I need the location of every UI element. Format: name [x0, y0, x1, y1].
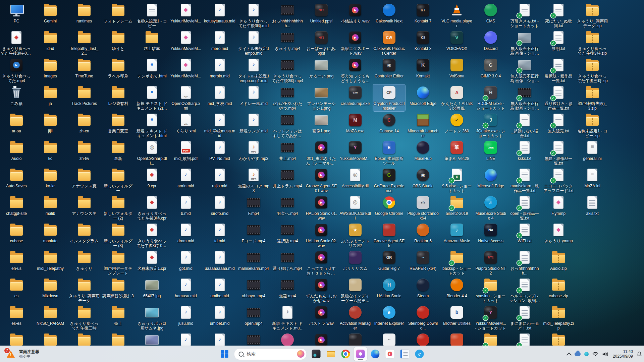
desktop-icon[interactable]: ◆YukkuriMovieM...	[170, 2, 202, 29]
desktop-icon[interactable]: ◆YukkuriMovieM...	[170, 29, 202, 56]
desktop-icon[interactable]: ◆9.cpr	[136, 167, 168, 194]
desktop-icon[interactable]: だれだFXいれたやつ.mp4	[271, 84, 304, 111]
desktop-icon[interactable]: Audio	[0, 139, 33, 166]
desktop-icon[interactable]: 名称未設定1 - コピー.zip	[576, 112, 608, 139]
desktop-icon[interactable]: ♪新規ソング.mid	[237, 112, 270, 139]
desktop-icon[interactable]: ar-sa	[0, 112, 33, 139]
desktop-icon[interactable]: Audio.zip	[542, 249, 575, 276]
desktop-icon[interactable]: ✓無人販売不正行為 画像 - ショートカッ...	[508, 29, 541, 56]
desktop-icon[interactable]: Auto Saves	[0, 167, 33, 194]
desktop-icon[interactable]: ✓_起動しない場合.txt	[508, 112, 541, 139]
pinned-app-internet-explorer[interactable]	[413, 347, 426, 361]
desktop-icon[interactable]: ✓ヘルスコンプレッション_歌詞.txt	[508, 277, 541, 304]
clock[interactable]: 11:40 2025/09/09	[612, 349, 633, 359]
desktop-icon[interactable]: </>OpenCvSharp.xml	[170, 84, 202, 111]
desktop-icon[interactable]: K8Kontakt 8	[407, 29, 439, 56]
desktop-icon[interactable]: ✓backup - ショートカット	[441, 249, 473, 276]
desktop-icon[interactable]: ko-kr	[34, 167, 66, 194]
desktop-icon[interactable]: ✓ノートン 360	[441, 112, 473, 139]
notification-bell-icon[interactable]	[637, 351, 642, 357]
weather-widget[interactable]: 7 雷雨注意報 発令中	[2, 347, 43, 361]
desktop-icon[interactable]: ◎Accessibility.dll	[339, 167, 371, 194]
desktop-icon[interactable]: ♪aorin.mid	[170, 167, 202, 194]
desktop-icon[interactable]: NT2Untitled.ppsf	[305, 2, 337, 29]
desktop-icon[interactable]: 無題.mp4	[271, 277, 304, 304]
desktop-icon[interactable]: zh-tw	[68, 139, 100, 166]
desktop-icon[interactable]: H✓HDDFMT.exe - ショートカット	[475, 84, 507, 111]
desktop-icon[interactable]: ✓通り抜けろ - 親作品一覧.txt	[542, 84, 575, 111]
desktop-icon[interactable]: CMS	[475, 2, 507, 29]
desktop-icon[interactable]: zh-cn	[68, 112, 100, 139]
cloud-icon[interactable]	[575, 352, 581, 356]
desktop-icon[interactable]: midi_Telepathy	[34, 249, 66, 276]
desktop-icon[interactable]: インスタグラム	[68, 222, 100, 249]
desktop-icon[interactable]: midi_Telepathy.zip	[542, 304, 575, 331]
desktop-icon[interactable]: Track Pictures	[68, 84, 100, 111]
desktop-icon[interactable]: ~REAPER (x64)	[407, 249, 439, 276]
desktop-icon[interactable]: ✓おっhhhhhhhhhh...	[508, 249, 541, 276]
desktop-icon[interactable]: ✓無人販売.txt	[542, 112, 575, 139]
desktop-icon[interactable]: ♪タイトル未設定.tempo.mid	[237, 29, 270, 56]
desktop-icon[interactable]: Reaktor 6	[407, 222, 439, 249]
desktop-icon[interactable]: bBrother Utilities	[441, 304, 473, 331]
desktop-icon[interactable]: ポリリリズム	[339, 249, 371, 276]
desktop-icon[interactable]: ♪MP3無題のスコア.mp3	[237, 167, 270, 194]
desktop-icon[interactable]: akis.txt	[576, 194, 608, 221]
desktop-icon[interactable]: ◆YukkuriMovieM...	[170, 57, 202, 84]
desktop-icon[interactable]: 選択版.mp4	[271, 222, 304, 249]
desktop-icon[interactable]: ✓syasinn - ショートカット	[475, 277, 507, 304]
desktop-icon[interactable]: ≡general.ini	[576, 139, 608, 166]
desktop-icon[interactable]: GGIMP 3.0.4	[475, 57, 507, 84]
desktop-icon[interactable]: ✓無人販売不正行為 動画 - ショートカット	[508, 84, 541, 111]
desktop-icon[interactable]: きゅうり_調声用データ.zip	[576, 2, 608, 29]
desktop-icon[interactable]: ▶HALion Sonic 02.wav	[305, 222, 337, 249]
desktop-icon[interactable]: sfzPlogue sforzando x64	[407, 194, 439, 221]
desktop-icon[interactable]: 羽欠へ.mp4	[271, 194, 304, 221]
desktop-icon[interactable]: </>くらり.xml	[170, 112, 202, 139]
desktop-icon[interactable]: ▶バストラ.wav	[305, 304, 337, 331]
desktop-icon[interactable]: ✓無題 - 親作品一覧.txt	[542, 139, 575, 166]
desktop-icon[interactable]: 調声練習(失敗)_3	[102, 277, 134, 304]
desktop-icon[interactable]: Telepathy_Inst_2...	[68, 29, 100, 56]
desktop-icon[interactable]: ★ぷよぷよ™テトリス®2	[339, 222, 371, 249]
desktop-icon[interactable]: ✓説明.txt	[542, 29, 575, 56]
desktop-icon[interactable]: ▶Groove Agent SE 01.wav	[305, 167, 337, 194]
desktop-icon[interactable]: ♪mid_学校.mid	[204, 84, 236, 111]
desktop-icon[interactable]: Activation Manager	[339, 304, 371, 331]
desktop-icon[interactable]: ♪mid_学校musa.mid	[204, 112, 236, 139]
desktop-icon[interactable]: 調声用データテンプレート	[102, 249, 134, 276]
desktop-icon[interactable]: ✓万引きメモ.txt - ショートカット	[508, 2, 541, 29]
search-box[interactable]: 検索	[234, 348, 307, 360]
desktop-icon[interactable]: 井上.mp4	[271, 139, 304, 166]
desktop-icon[interactable]: ♬MuseScore Studio 4	[475, 194, 507, 221]
desktop-icon[interactable]: ♪meroin.mid	[204, 57, 236, 84]
desktop-icon[interactable]: ◆F.ymmp	[542, 194, 575, 221]
desktop-icon[interactable]: 新しいフォルダー	[102, 167, 134, 194]
desktop-icon[interactable]: CWCakewalk Product Center	[373, 29, 405, 56]
desktop-icon[interactable]: en-us	[0, 249, 33, 276]
wifi-icon[interactable]	[592, 352, 598, 357]
desktop-icon[interactable]: ✓manisekarn - 親作品一覧.txt	[508, 167, 541, 194]
desktop-icon[interactable]: Y✓YukkuriMovieM... - ショートカット	[475, 304, 507, 331]
desktop-icon[interactable]: ◆きゅうり食べってた午後3時.cpr	[136, 194, 168, 221]
desktop-icon[interactable]: runtimes	[68, 2, 100, 29]
desktop-icon[interactable]: ♪MP3わかりやす.mp3	[237, 139, 270, 166]
desktop-icon[interactable]: id-id	[34, 29, 66, 56]
desktop-icon[interactable]: ヘッドフォンはずしてであがう.mp4	[271, 112, 304, 139]
desktop-icon[interactable]: PC	[0, 2, 33, 29]
desktop-icon[interactable]: ✓まにまにわーるど！.txt	[508, 304, 541, 331]
desktop-icon[interactable]: malib	[34, 194, 66, 221]
desktop-icon[interactable]: アナウンス夏	[68, 167, 100, 194]
desktop-icon[interactable]: Mixdown	[34, 277, 66, 304]
desktop-icon[interactable]: GRGuitar Rig 7	[373, 249, 405, 276]
desktop-icon[interactable]: ✓airset2-2019	[441, 194, 473, 221]
desktop-icon[interactable]: Aかんたん！AITalk 3 関西風	[441, 84, 473, 111]
desktop-icon[interactable]: 通り抜けろ.mp4	[271, 249, 304, 276]
desktop-icon[interactable]: X✓9.5.xlsx - ショートカット	[441, 167, 473, 194]
desktop-icon[interactable]: ✓無人販売不正行為 画像 - ショートカット	[508, 57, 541, 84]
desktop-icon[interactable]: 65407.jpg	[136, 277, 168, 304]
desktop-icon[interactable]: VVOICEVOX	[441, 29, 473, 56]
desktop-icon[interactable]: ohhayo-.mp4	[237, 277, 270, 304]
desktop-icon[interactable]: きゅうり	[68, 249, 100, 276]
desktop-icon[interactable]: ▶HALion Sonic 01.wav	[305, 194, 337, 221]
